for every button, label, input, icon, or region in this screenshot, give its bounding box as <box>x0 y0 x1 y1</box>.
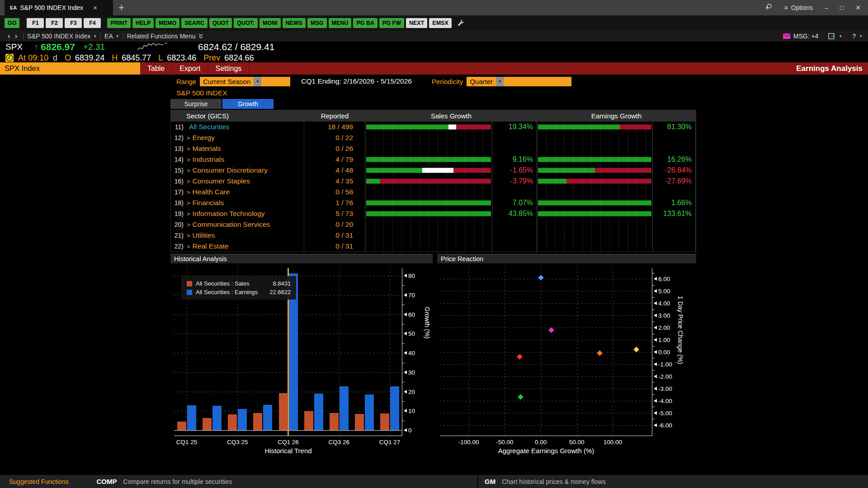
close-button[interactable]: ✕ <box>855 4 861 11</box>
terminal-tab[interactable]: EA S&P 500 INDEX Index ✕ <box>5 0 113 15</box>
sector-name-cell[interactable]: 18)>Financials <box>171 197 304 208</box>
all-securities-earnings-bar <box>314 394 323 430</box>
table-row-energy: 12)>Energy0 / 22 <box>171 132 696 143</box>
scatter-point[interactable] <box>518 394 524 400</box>
range-value: Current Season <box>200 77 254 86</box>
suggested-function-desc[interactable]: Chart historical prices & money flows <box>502 478 606 485</box>
toolbar-button-print[interactable]: PRINT <box>107 18 131 28</box>
toolbar-button-quot[interactable]: QUOT <box>209 18 232 28</box>
sector-name-cell[interactable]: 20)>Communication Services <box>171 219 304 230</box>
suggested-function-desc[interactable]: Compare returns for multiple securities <box>123 478 232 485</box>
scatter-plot[interactable] <box>440 268 652 436</box>
all-securities-sales-bar <box>330 413 339 430</box>
scatter-point[interactable] <box>597 350 603 356</box>
expand-chevron-icon[interactable]: > <box>187 167 190 174</box>
y-tick-icon <box>652 423 657 427</box>
expand-chevron-icon[interactable]: > <box>187 156 190 163</box>
suggested-function-code[interactable]: COMP <box>97 478 117 485</box>
wrench-icon[interactable] <box>457 19 464 27</box>
earnings-growth-bar-cell <box>537 219 652 230</box>
sector-name-cell[interactable]: 22)>Real Estate <box>171 241 304 252</box>
toolbar-button-help[interactable]: HELP <box>132 18 154 28</box>
tab-close-icon[interactable]: ✕ <box>93 5 98 11</box>
maximize-button[interactable]: □ <box>840 4 844 11</box>
column-header-sector[interactable]: Sector (GICS) <box>171 112 304 120</box>
sales-growth-value: 9.16% <box>492 154 537 165</box>
related-functions-menu[interactable]: Related Functions Menu <box>127 33 204 40</box>
bar-segment-green <box>538 125 620 130</box>
messages-indicator[interactable]: MSG: +4 <box>783 33 819 40</box>
sector-name-cell[interactable]: 11)All Securities <box>171 122 304 132</box>
toolbar-button-f3[interactable]: F3 <box>65 18 82 28</box>
sector-name-cell[interactable]: 14)>Industrials <box>171 154 304 165</box>
expand-chevron-icon[interactable]: > <box>187 232 190 239</box>
column-header-earnings-growth[interactable]: Earnings Growth <box>537 112 696 120</box>
all-securities-sales-bar <box>355 414 364 430</box>
toolbar-button-f1[interactable]: F1 <box>27 18 44 28</box>
suggested-function-code[interactable]: GM <box>485 478 495 485</box>
expand-chevron-icon[interactable]: > <box>187 243 190 250</box>
bar-segment-green <box>538 157 651 162</box>
sector-name-cell[interactable]: 17)>Health Care <box>171 187 304 197</box>
new-tab-button[interactable]: + <box>113 0 130 15</box>
breadcrumb-function[interactable]: EA ▼ <box>104 33 119 40</box>
toolbar-button-f2[interactable]: F2 <box>46 18 63 28</box>
all-securities-earnings-bar <box>340 386 349 430</box>
expand-chevron-icon[interactable]: > <box>187 211 190 217</box>
toolbar-button-pg-ba[interactable]: PG BA <box>353 18 377 28</box>
column-header-reported[interactable]: Reported <box>304 112 365 120</box>
all-securities-sales-bar <box>380 413 389 431</box>
price-reaction-panel: Price Reaction -6.00-5.00-4.00-3.00-2.00… <box>437 254 696 461</box>
toolbar-button-menu[interactable]: MENU <box>329 18 352 28</box>
breadcrumb-security[interactable]: S&P 500 INDEX Index ▼ <box>27 33 97 40</box>
export-window-button[interactable]: ▼ <box>828 33 842 39</box>
tab-growth[interactable]: Growth <box>222 99 274 109</box>
suggested-functions-label[interactable]: Suggested Functions <box>9 478 69 485</box>
scatter-point[interactable] <box>538 275 544 281</box>
toolbar-button-next[interactable]: NEXT <box>406 18 427 28</box>
funcbar-menu-table[interactable]: Table <box>140 62 172 75</box>
expand-chevron-icon[interactable]: > <box>187 135 190 141</box>
toolbar-button-quot[interactable]: QUOT: <box>234 18 258 28</box>
sector-name-cell[interactable]: 19)>Information Technology <box>171 208 304 219</box>
expand-chevron-icon[interactable]: > <box>187 200 190 206</box>
sector-name-cell[interactable]: 15)>Consumer Discretionary <box>171 165 304 176</box>
nav-back-icon[interactable]: ‹ <box>5 32 13 41</box>
sector-name-cell[interactable]: 13)>Materials <box>171 143 304 154</box>
sector-name-cell[interactable]: 16)>Consumer Staples <box>171 176 304 187</box>
toolbar-button-moni[interactable]: MONI <box>259 18 281 28</box>
expand-chevron-icon[interactable]: > <box>187 178 190 185</box>
bar-chart-y-axis-label: Growth (%) <box>424 307 431 339</box>
toolbar-button-emsx[interactable]: EMSX <box>429 18 451 28</box>
minimize-button[interactable]: – <box>825 4 828 11</box>
toolbar-button-pg-fw[interactable]: PG FW <box>379 18 404 28</box>
tab-surprise[interactable]: Surprise <box>170 99 222 109</box>
funcbar-menu-export[interactable]: Export <box>172 62 208 75</box>
expand-chevron-icon[interactable]: > <box>187 189 190 196</box>
toolbar-button-go[interactable]: GO <box>5 18 19 28</box>
expand-chevron-icon[interactable]: > <box>187 221 190 228</box>
scatter-point[interactable] <box>517 354 523 360</box>
toolbar-button-memo[interactable]: MEMO <box>156 18 179 28</box>
search-icon[interactable] <box>765 3 773 12</box>
y-tick-icon <box>402 293 407 297</box>
options-menu[interactable]: ≡ Options <box>784 4 813 11</box>
toolbar-button-msg[interactable]: MSG <box>307 18 326 28</box>
toolbar-button-news[interactable]: NEWS <box>283 18 306 28</box>
expand-chevron-icon[interactable]: > <box>187 145 190 152</box>
sector-name-cell[interactable]: 12)>Energy <box>171 132 304 143</box>
earnings-growth-bar-cell <box>537 187 652 197</box>
x-tick-label: CQ1 25 <box>176 439 198 446</box>
toolbar-button-searc[interactable]: SEARC <box>181 18 208 28</box>
funcbar-menu-settings[interactable]: Settings <box>208 62 250 75</box>
x-tick-label: 50.00 <box>569 439 585 446</box>
security-cell[interactable]: SPX Index <box>0 62 140 75</box>
toolbar-button-f4[interactable]: F4 <box>84 18 101 28</box>
help-menu[interactable]: ? ▼ <box>852 33 863 40</box>
range-dropdown[interactable]: Current Season ▼ <box>200 77 290 86</box>
nav-forward-icon[interactable]: › <box>13 32 20 41</box>
bar-chart-plot[interactable]: All Securities : Sales8.8431All Securiti… <box>174 268 402 436</box>
periodicity-dropdown[interactable]: Quarter ▼ <box>467 77 571 86</box>
column-header-sales-growth[interactable]: Sales Growth <box>365 112 537 120</box>
sector-name-cell[interactable]: 21)>Utilities <box>171 230 304 241</box>
